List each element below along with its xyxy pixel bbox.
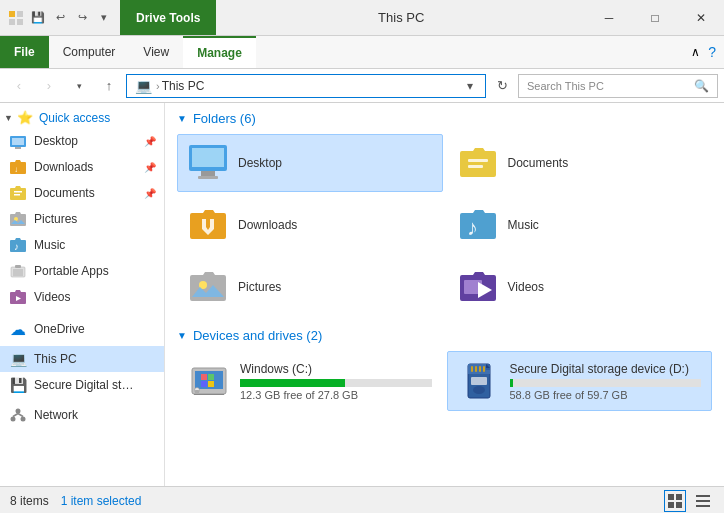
svg-rect-35 [208,374,214,380]
dropdown-icon[interactable]: ▾ [96,10,112,26]
sidebar-item-network[interactable]: Network [0,402,164,428]
drive-c-bar-fill [240,379,345,387]
videos-label: Videos [34,290,70,304]
tab-view[interactable]: View [129,36,183,68]
desktop-label: Desktop [34,134,78,148]
sidebar-item-thispc[interactable]: 💻 This PC [0,346,164,372]
ribbon: File Computer View Manage ∧ ? [0,36,724,69]
svg-rect-48 [483,366,485,372]
sidebar-item-music[interactable]: ♪ Music [0,232,164,258]
sidebar-item-pictures[interactable]: Pictures [0,206,164,232]
up-icon: ↑ [106,78,113,93]
downloads-folder-icon [188,205,228,245]
tab-manage[interactable]: Manage [183,36,256,68]
documents-folder-label: Documents [508,156,569,170]
sidebar-item-downloads[interactable]: ↓ Downloads 📌 [0,154,164,180]
svg-rect-24 [198,176,218,179]
sd-storage-label: Secure Digital storage [34,378,134,392]
documents-folder-icon [8,183,28,203]
drive-c-name: Windows (C:) [240,362,432,376]
thispc-icon: 💻 [8,349,28,369]
minimize-button[interactable]: ─ [586,0,632,35]
svg-point-16 [16,409,21,414]
large-icons-view-button[interactable] [664,490,686,512]
svg-text:↓: ↓ [14,165,18,174]
forward-button[interactable]: › [36,74,62,98]
portable-apps-folder-icon [8,261,28,281]
drive-d-bar-fill [510,379,514,387]
main-area: ▼ ⭐ Quick access Desktop 📌 ↓ Downloads 📌… [0,103,724,486]
svg-rect-40 [195,390,199,393]
svg-rect-13 [13,269,23,276]
videos-folder-icon [458,267,498,307]
drives-grid: Windows (C:) 12.3 GB free of 27.8 GB [177,351,712,411]
sidebar-item-videos[interactable]: Videos [0,284,164,310]
address-input[interactable]: 💻 › This PC ▾ [126,74,486,98]
drive-tools-label: Drive Tools [136,11,200,25]
svg-text:♪: ♪ [467,215,478,240]
svg-rect-2 [9,19,15,25]
details-view-icon [696,494,710,508]
folder-item-documents[interactable]: Documents [447,134,713,192]
back-button[interactable]: ‹ [6,74,32,98]
svg-rect-57 [696,505,710,507]
folders-section-header[interactable]: ▼ Folders (6) [177,111,712,126]
network-label: Network [34,408,78,422]
pin-icon: 📌 [144,162,156,173]
svg-rect-46 [475,366,477,372]
devices-section-title: Devices and drives (2) [193,328,322,343]
svg-point-10 [14,217,18,221]
address-dropdown-icon[interactable]: ▾ [463,79,477,93]
folder-item-pictures[interactable]: Pictures [177,258,443,316]
desktop-folder-label: Desktop [238,156,282,170]
tab-file[interactable]: File [0,36,49,68]
svg-rect-52 [676,494,682,500]
svg-point-50 [473,386,485,394]
drive-c-space: 12.3 GB free of 27.8 GB [240,389,432,401]
maximize-button[interactable]: □ [632,0,678,35]
search-box[interactable]: Search This PC 🔍 [518,74,718,98]
details-view-button[interactable] [692,490,714,512]
refresh-button[interactable]: ↻ [490,74,514,98]
refresh-icon: ↻ [497,78,508,93]
ribbon-expand[interactable]: ∧ ? [683,36,724,68]
devices-section-header[interactable]: ▼ Devices and drives (2) [177,328,712,343]
address-bar: ‹ › ▾ ↑ 💻 › This PC ▾ ↻ Search This PC 🔍 [0,69,724,103]
drive-item-d[interactable]: Secure Digital storage device (D:) 58.8 … [447,351,713,411]
items-count: 8 items [10,494,49,508]
music-folder-icon: ♪ [458,205,498,245]
drive-d-info: Secure Digital storage device (D:) 58.8 … [510,362,702,401]
windows-drive-icon [188,360,230,402]
recent-locations-button[interactable]: ▾ [66,74,92,98]
save-icon[interactable]: 💾 [30,10,46,26]
folder-item-videos[interactable]: Videos [447,258,713,316]
svg-rect-5 [12,138,24,145]
search-icon: 🔍 [694,79,709,93]
folder-item-desktop[interactable]: Desktop [177,134,443,192]
tab-computer[interactable]: Computer [49,36,130,68]
sidebar-item-portable-apps[interactable]: Portable Apps [0,258,164,284]
drive-d-bar-bg [510,379,702,387]
redo-icon[interactable]: ↪ [74,10,90,26]
folder-item-music[interactable]: ♪ Music [447,196,713,254]
sidebar-item-onedrive[interactable]: ☁ OneDrive [0,316,164,342]
window-icon [8,10,24,26]
drive-item-c[interactable]: Windows (C:) 12.3 GB free of 27.8 GB [177,351,443,411]
undo-icon[interactable]: ↩ [52,10,68,26]
star-icon: ⭐ [17,110,33,125]
drive-tools-tab[interactable]: Drive Tools [120,0,216,35]
folder-item-downloads[interactable]: Downloads [177,196,443,254]
close-button[interactable]: ✕ [678,0,724,35]
sidebar-item-desktop[interactable]: Desktop 📌 [0,128,164,154]
videos-folder-icon [8,287,28,307]
sidebar-item-documents[interactable]: Documents 📌 [0,180,164,206]
sidebar-item-sd-storage[interactable]: 💾 Secure Digital storage [0,372,164,398]
sidebar-quick-access-header[interactable]: ▼ ⭐ Quick access [0,107,164,128]
large-icons-icon [668,494,682,508]
videos-folder-label: Videos [508,280,544,294]
pictures-folder-icon [8,209,28,229]
svg-rect-38 [194,394,224,395]
up-button[interactable]: ↑ [96,74,122,98]
music-label: Music [34,238,65,252]
chevron-down-icon: ▼ [4,113,13,123]
